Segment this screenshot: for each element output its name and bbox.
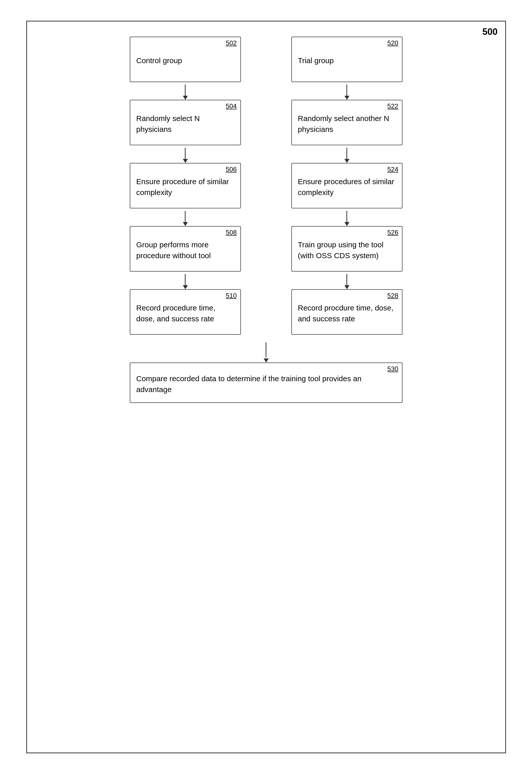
two-column-section: 502 Control group 504 Randomly select N …: [47, 37, 485, 335]
box-510-label: 510: [226, 292, 237, 299]
arrow-502-504: [185, 82, 186, 100]
arrow-506-508: [185, 208, 186, 226]
box-504-label: 504: [226, 102, 237, 110]
box-520: 520 Trial group: [291, 37, 402, 82]
box-524: 524 Ensure procedures of similar complex…: [291, 163, 402, 208]
box-524-text: Ensure procedures of similar complexity: [298, 176, 396, 198]
arrow-508-510: [185, 271, 186, 289]
box-522-label: 522: [387, 102, 398, 110]
box-530: 530 Compare recorded data to determine i…: [130, 362, 402, 403]
box-520-label: 520: [387, 39, 398, 47]
box-528-text: Record procdure time, dose, and success …: [298, 302, 396, 324]
diagram-id: 500: [482, 27, 497, 37]
trial-column: 520 Trial group 522 Randomly select anot…: [291, 37, 402, 335]
box-522: 522 Randomly select another N physicians: [291, 100, 402, 145]
box-530-text: Compare recorded data to determine if th…: [136, 373, 396, 395]
arrow-504-506: [185, 145, 186, 163]
box-528: 528 Record procdure time, dose, and succ…: [291, 289, 402, 335]
bottom-section: 530 Compare recorded data to determine i…: [47, 342, 485, 403]
box-524-label: 524: [387, 165, 398, 173]
box-530-label: 530: [387, 365, 398, 373]
box-528-label: 528: [387, 292, 398, 299]
box-502: 502 Control group: [130, 37, 241, 82]
box-520-text: Trial group: [298, 55, 334, 66]
diagram-page: 500 502 Control group 504 Randomly selec…: [26, 21, 506, 753]
box-526-text: Train group using the tool (with OSS CDS…: [298, 239, 396, 261]
box-502-label: 502: [226, 39, 237, 47]
arrow-520-522: [346, 82, 347, 100]
box-506-text: Ensure procedure of similar complexity: [136, 176, 234, 198]
box-506: 506 Ensure procedure of similar complexi…: [130, 163, 241, 208]
arrow-522-524: [346, 145, 347, 163]
arrow-524-526: [346, 208, 347, 226]
control-column: 502 Control group 504 Randomly select N …: [130, 37, 241, 335]
box-522-text: Randomly select another N physicians: [298, 113, 396, 135]
box-508: 508 Group performs more procedure withou…: [130, 226, 241, 271]
box-502-text: Control group: [136, 55, 182, 66]
box-504-text: Randomly select N physicians: [136, 113, 234, 135]
merge-arrow: [130, 342, 402, 362]
box-508-text: Group performs more procedure without to…: [136, 239, 234, 261]
box-510: 510 Record procedure time, dose, and suc…: [130, 289, 241, 335]
box-506-label: 506: [226, 165, 237, 173]
flowchart: 502 Control group 504 Randomly select N …: [47, 37, 485, 737]
box-526-label: 526: [387, 229, 398, 236]
box-504: 504 Randomly select N physicians: [130, 100, 241, 145]
arrow-526-528: [346, 271, 347, 289]
box-508-label: 508: [226, 229, 237, 236]
box-526: 526 Train group using the tool (with OSS…: [291, 226, 402, 271]
box-510-text: Record procedure time, dose, and success…: [136, 302, 234, 324]
